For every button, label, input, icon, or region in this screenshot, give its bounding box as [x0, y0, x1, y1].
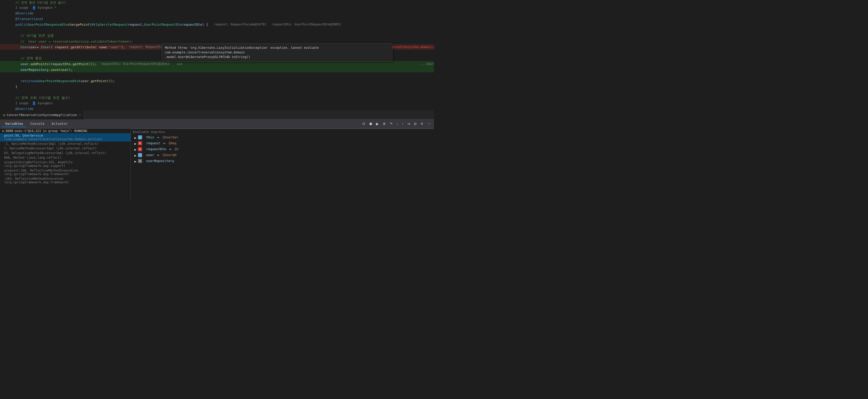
- empty-line-3: [0, 73, 434, 78]
- evaluate-bar: Evaluate express: [131, 129, 434, 135]
- debug-toolbar: Variables Console Actuator ↺ ⏹ ▶ ⏸ ↷ ↓ ↑…: [0, 119, 434, 129]
- return-line: return new UserPointResponseDto (user. g…: [0, 78, 434, 84]
- tab-actuator[interactable]: Actuator: [49, 121, 71, 127]
- stack-frame-7[interactable]: :163, ReflectiveMethodInvocation (org.sp…: [0, 176, 130, 184]
- thread-item: o-8080-exec-1"@14,223 in group "main": R…: [0, 129, 130, 133]
- right-panel: Evaluate express ▶ □ this = {UserSer ▶ ⊗…: [131, 129, 434, 200]
- tooltip-detail: .model.User$HibernateProxy$SLfKFS4D.toSt…: [165, 55, 389, 59]
- stack-frame-6[interactable]: oinpoint:196, ReflectiveMethodInvocation…: [0, 168, 130, 176]
- run-to-cursor-btn[interactable]: ⇥: [406, 121, 411, 126]
- meta-usage-2: 1 usage 👤 kyungmin: [0, 101, 434, 106]
- annotation-override: @Override: [0, 10, 434, 16]
- empty-line-4: [0, 89, 434, 95]
- tab-console[interactable]: Console: [27, 121, 48, 127]
- stack-frame-4[interactable]: 668, Method (java.lang.reflect): [0, 155, 130, 160]
- var-this: ▶ □ this = {UserSer: [131, 135, 434, 141]
- debug-tooltip: Method threw 'org.hibernate.LazyInitiali…: [162, 43, 393, 62]
- var-name-this: this: [146, 135, 154, 139]
- app-icon: ⚙: [3, 113, 5, 117]
- app-tab-close[interactable]: ×: [79, 113, 81, 117]
- var-name-requestdto: requestDto: [146, 147, 166, 151]
- restart-btn[interactable]: ↺: [361, 121, 367, 126]
- var-icon-this: □: [138, 135, 142, 139]
- more-btn[interactable]: ⋯: [426, 121, 432, 126]
- left-panel: o-8080-exec-1"@14,223 in group "main": R…: [0, 129, 131, 200]
- var-icon-requestdto: ⊗: [138, 147, 142, 151]
- evaluate-placeholder[interactable]: Evaluate express: [133, 130, 165, 134]
- thread-label: o-8080-exec-1"@14,223 in group "main": R…: [2, 129, 128, 133]
- add-points-line: user . addPoints (requestDto. getPoint (…: [0, 61, 434, 67]
- var-expand-request[interactable]: ▶: [134, 141, 137, 146]
- step-over-btn[interactable]: ↷: [389, 121, 394, 126]
- empty-line-1: [0, 27, 434, 33]
- editor-area: // 전액 충전 (대기열 토큰 필수) 1 usage 👤 kyungmin …: [0, 0, 434, 110]
- var-icon-request: ⊗: [138, 141, 142, 145]
- closing-brace: }: [0, 84, 434, 89]
- mute-breakpoints-btn[interactable]: ⊘: [412, 121, 418, 126]
- app-tab[interactable]: ⚙ ConcertReservationSystemApplication ×: [0, 110, 84, 119]
- var-requestdto: ▶ ⊗ requestDto = {U: [131, 147, 434, 152]
- var-userrepository: ▶ ∞ userRepository: [131, 159, 434, 164]
- annotation-override-2: @Override: [0, 106, 434, 110]
- stack-frame-3[interactable]: 63, DelegatingMethodAccessorImpl (jdk.in…: [0, 151, 130, 155]
- tab-variables[interactable]: Variables: [2, 121, 26, 127]
- stack-frame-5[interactable]: oinpointUsingReflection:335, AopUtils (o…: [0, 160, 130, 168]
- var-expand-userrepository[interactable]: ▶: [134, 159, 137, 164]
- var-val-request: {Req: [168, 141, 176, 145]
- app-tab-label: ConcertReservationSystemApplication: [7, 113, 77, 117]
- stack-frame-2[interactable]: 7, NativeMethodAccessorImpl (jdk.interna…: [0, 146, 130, 151]
- resume-btn[interactable]: ▶: [375, 121, 380, 126]
- var-expand-this[interactable]: ▶: [134, 135, 137, 140]
- stack-frame-1[interactable]: -1, NativeMethodAccessorImpl (jdk.intern…: [0, 141, 130, 146]
- method-signature-line: public UserPointResponseDto chargePoint …: [0, 22, 434, 27]
- var-expand-user[interactable]: ▶: [134, 153, 137, 158]
- meta-usage-1: 1 usage 👤 kyungmin *: [0, 5, 434, 10]
- annotation-transactional: @Transactional: [0, 16, 434, 22]
- var-val-user: {User$H: [162, 153, 176, 157]
- panels-container: o-8080-exec-1"@14,223 in group "main": R…: [0, 129, 434, 200]
- var-val-this: {UserSer: [162, 135, 178, 139]
- var-user: ▶ □ user = {User$H: [131, 152, 434, 159]
- code-comment-charge: // 전액 충전 (대기열 토큰 필수): [0, 0, 434, 5]
- tooltip-title: Method threw 'org.hibernate.LazyInitiali…: [165, 46, 389, 55]
- step-into-btn[interactable]: ↓: [395, 121, 399, 126]
- var-icon-user: □: [138, 153, 142, 157]
- comment-token-check: // 대기열 토큰 검증: [0, 33, 434, 38]
- var-icon-userrepository: ∞: [138, 159, 142, 163]
- var-name-userrepository: userRepository: [146, 159, 175, 163]
- var-expand-requestdto[interactable]: ▶: [134, 147, 137, 152]
- pause-btn[interactable]: ⏸: [381, 121, 387, 126]
- stack-frame-0[interactable]: point:56, UserService (com.example.conce…: [0, 133, 130, 141]
- var-request: ▶ ⊗ request = {Req: [131, 141, 434, 147]
- var-val-requestdto: {U: [174, 147, 178, 151]
- save-line: userRepository . save (user);: [0, 67, 434, 73]
- step-out-btn[interactable]: ↑: [400, 121, 405, 126]
- stop-btn[interactable]: ⏹: [368, 121, 374, 126]
- var-name-request: request: [146, 141, 160, 145]
- comment-view-all: // 전액 조회 (대기열 토큰 필수): [0, 95, 434, 101]
- clear-btn[interactable]: ✕: [419, 121, 425, 126]
- var-name-user: user: [146, 153, 154, 157]
